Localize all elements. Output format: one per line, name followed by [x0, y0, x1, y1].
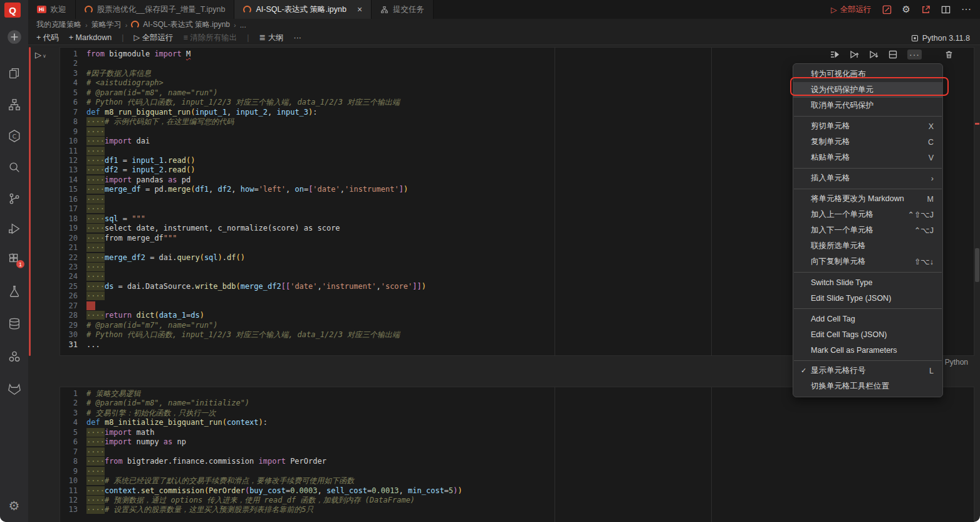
tab-notebook-factor[interactable]: 股票池优化__保存因子_增量_T.ipynb	[76, 0, 235, 19]
hexagon-c-icon[interactable]: C	[0, 125, 28, 147]
line-number: 13	[60, 505, 78, 514]
menu-item-将单元格更改为-markdown[interactable]: 将单元格更改为 MarkdownM	[793, 191, 942, 207]
more-actions-icon[interactable]: ···	[907, 50, 922, 60]
run-above-icon[interactable]	[849, 50, 859, 60]
menu-item-label: 将单元格更改为 Markdown	[811, 194, 912, 204]
line-number: 16	[60, 195, 78, 204]
menu-item-粘贴单元格[interactable]: 粘贴单元格V	[793, 150, 942, 165]
code-cell-2-code: 1# 策略交易逻辑2# @param(id="m8", name="initia…	[60, 389, 974, 515]
menu-item-label: 转为可视化画布	[811, 69, 934, 80]
line-number: 19	[60, 224, 78, 233]
tab-notebook-ai-sql[interactable]: AI-SQL-表达式 策略.ipynb×	[234, 0, 372, 19]
menu-item-label: 加入下一个单元格	[811, 225, 899, 236]
breadcrumb-item[interactable]: 策略学习	[91, 19, 122, 30]
line-number: 12	[60, 496, 78, 505]
add-code-button[interactable]: + 代码	[36, 33, 59, 43]
sitemap-icon[interactable]	[0, 94, 28, 115]
breadcrumb-item[interactable]: AI-SQL-表达式 策略.ipynb	[143, 19, 230, 30]
database-icon[interactable]	[0, 313, 28, 335]
menu-item-edit-slide-type-json-[interactable]: Edit Slide Type (JSON)	[793, 290, 942, 306]
code-cell-2[interactable]: 1# 策略交易逻辑2# @param(id="m8", name="initia…	[60, 387, 974, 522]
code-line: 5····import math	[60, 428, 974, 437]
menu-item-联接所选单元格[interactable]: 联接所选单元格	[793, 238, 942, 254]
menu-shortcut: ⌃⌥J	[914, 226, 934, 235]
run-debug-icon[interactable]	[0, 218, 28, 239]
menu-item-label: 切换单元格工具栏位置	[811, 381, 934, 392]
search-icon[interactable]	[0, 157, 28, 178]
plus-circle-icon[interactable]	[0, 26, 28, 48]
menu-item-mark-cell-as-parameters[interactable]: Mark Cell as Parameters	[793, 342, 942, 358]
line-number: 6	[60, 437, 78, 447]
close-icon[interactable]: ×	[357, 4, 362, 14]
flask-icon[interactable]	[0, 281, 28, 302]
menu-item-转为可视化画布[interactable]: 转为可视化画布	[793, 66, 942, 82]
app-window: Q C1 ⚙ Hi欢迎股票池优化__保存因子_增量_T.ipynbAI-SQL-…	[0, 0, 980, 522]
editor-scrollbar[interactable]	[974, 45, 980, 522]
menu-item-取消单元代码保护[interactable]: 取消单元代码保护	[793, 98, 942, 113]
code-line: 11····context.set_commission(PerOrder(bu…	[60, 486, 974, 496]
modules-icon[interactable]	[0, 346, 28, 367]
kernel-icon	[911, 34, 919, 42]
bigquant-logo[interactable]: Q	[4, 3, 21, 18]
menu-item-向下复制单元格[interactable]: 向下复制单元格⇧⌥↓	[793, 254, 942, 269]
overview-error-mark	[975, 123, 979, 125]
cell-context-menu: 转为可视化画布设为代码保护单元取消单元代码保护剪切单元格X复制单元格C粘贴单元格…	[793, 63, 943, 397]
clear-outputs-button[interactable]: ≡ 清除所有输出	[184, 33, 237, 43]
split-cell-icon[interactable]	[888, 50, 898, 60]
menu-item-edit-cell-tags-json-[interactable]: Edit Cell Tags (JSON)	[793, 326, 942, 342]
menu-item-剪切单元格[interactable]: 剪切单元格X	[793, 118, 942, 134]
more-icon[interactable]: ···	[961, 4, 971, 15]
tab-submit-task[interactable]: 提交任务	[372, 0, 434, 19]
kernel-picker[interactable]: Python 3.11.8	[911, 31, 970, 45]
settings-gear-icon[interactable]: ⚙	[0, 498, 28, 513]
menu-item-switch-slide-type[interactable]: Switch Slide Type	[793, 274, 942, 290]
share-icon[interactable]	[921, 5, 930, 14]
menu-shortcut: L	[929, 367, 934, 375]
menu-item-复制单元格[interactable]: 复制单元格C	[793, 134, 942, 150]
menu-item-显示单元格行号[interactable]: ✓显示单元格行号L	[793, 363, 942, 378]
breadcrumb-item[interactable]: 我的克隆策略	[36, 19, 81, 30]
fox-icon[interactable]	[0, 378, 28, 400]
outline-button[interactable]: ≣ 大纲	[259, 33, 284, 43]
cell-language-badge[interactable]: Python	[945, 358, 968, 367]
extensions-icon[interactable]: 1	[0, 248, 28, 269]
tab-welcome[interactable]: Hi欢迎	[28, 0, 76, 19]
line-number: 23	[60, 263, 78, 272]
line-number: 26	[60, 291, 78, 301]
menu-item-设为代码保护单元[interactable]: 设为代码保护单元	[793, 82, 942, 98]
code-line: 10····# 系统已经设置了默认的交易手续费和滑点，要修改手续费可使用如下函数	[60, 476, 974, 486]
menu-separator	[794, 116, 942, 117]
run-all-icon: ▷	[831, 5, 837, 14]
edit-square-icon[interactable]	[882, 5, 892, 14]
run-all-cells-button[interactable]: ▷ 全部运行	[133, 33, 173, 43]
toolbar-more-button[interactable]: ···	[294, 33, 302, 42]
titlebar-actions: ▷ 全部运行 ⚙ ···	[831, 0, 971, 19]
settings-gear-icon-top[interactable]: ⚙	[902, 4, 910, 15]
toolbar-divider: |	[247, 33, 249, 42]
menu-item-label: 粘贴单元格	[811, 152, 914, 163]
line-number: 1	[60, 389, 78, 399]
menu-item-label: 加入上一个单元格	[811, 209, 892, 220]
split-editor-icon[interactable]	[941, 5, 951, 14]
add-markdown-button[interactable]: + Markdown	[69, 33, 112, 42]
breadcrumb-item[interactable]: ...	[240, 21, 246, 29]
submenu-arrow-icon: ›	[931, 174, 934, 183]
outline-icon: ≣	[259, 33, 268, 42]
line-number: 11	[60, 486, 78, 496]
menu-item-加入上一个单元格[interactable]: 加入上一个单元格⌃⇧⌥J	[793, 207, 942, 222]
code-line: 9····	[60, 467, 974, 476]
menu-item-加入下一个单元格[interactable]: 加入下一个单元格⌃⌥J	[793, 222, 942, 238]
delete-cell-icon[interactable]	[944, 50, 954, 60]
menu-separator	[794, 168, 942, 169]
run-cell-button[interactable]: ▷∨	[35, 50, 46, 60]
run-all-button[interactable]: ▷ 全部运行	[831, 4, 872, 15]
menu-item-插入单元格[interactable]: 插入单元格›	[793, 170, 942, 186]
files-icon[interactable]	[0, 63, 28, 84]
git-branch-icon[interactable]	[0, 188, 28, 209]
run-cells-sequence-icon[interactable]	[830, 50, 840, 60]
line-number: 20	[60, 234, 78, 243]
run-below-icon[interactable]	[868, 50, 878, 60]
menu-item-add-cell-tag[interactable]: Add Cell Tag	[793, 311, 942, 326]
scrollbar-thumb[interactable]	[975, 248, 979, 282]
menu-item-切换单元格工具栏位置[interactable]: 切换单元格工具栏位置	[793, 378, 942, 394]
